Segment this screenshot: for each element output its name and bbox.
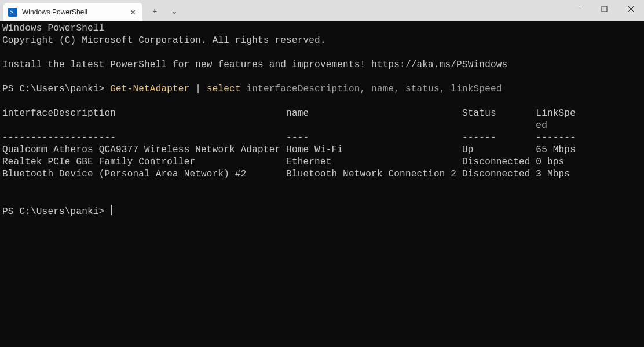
titlebar-tab-controls: + ⌄ — [145, 0, 184, 21]
powershell-icon — [8, 8, 17, 17]
maximize-button[interactable] — [591, 0, 617, 17]
terminal-pane[interactable]: Windows PowerShell Copyright (C) Microso… — [0, 21, 644, 347]
tab-close-button[interactable]: ✕ — [129, 8, 137, 16]
new-tab-button[interactable]: + — [145, 3, 164, 19]
tab-dropdown-button[interactable]: ⌄ — [164, 3, 184, 19]
titlebar: Windows PowerShell ✕ + ⌄ — [0, 0, 644, 21]
tab-title: Windows PowerShell — [22, 8, 124, 16]
svg-rect-1 — [602, 6, 607, 12]
window-controls — [564, 0, 644, 17]
close-button[interactable] — [617, 0, 644, 17]
tab-powershell[interactable]: Windows PowerShell ✕ — [3, 3, 142, 21]
minimize-button[interactable] — [564, 0, 591, 17]
